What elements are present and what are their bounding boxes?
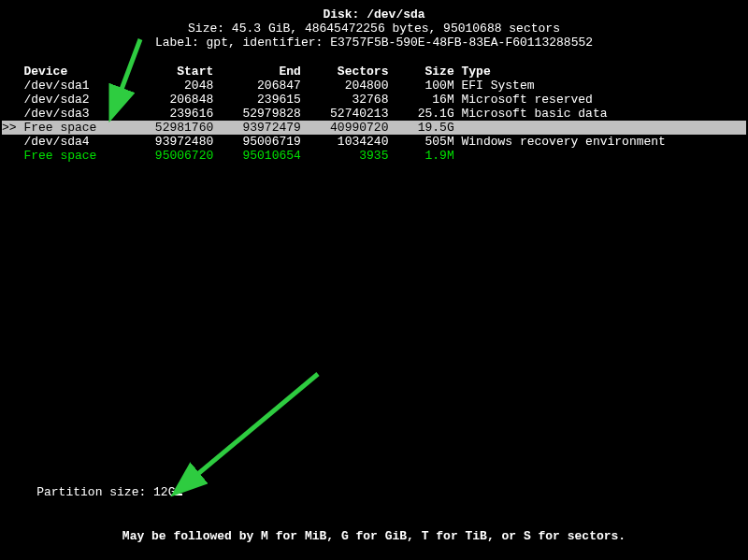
- partition-table: Device Start End Sectors Size Type /dev/…: [2, 65, 746, 163]
- table-row[interactable]: /dev/sda4 93972480 95006719 1034240 505M…: [2, 135, 746, 149]
- table-row[interactable]: /dev/sda1 2048 206847 204800 100M EFI Sy…: [2, 79, 746, 93]
- table-row[interactable]: Free space 95006720 95010654 3935 1.9M: [2, 149, 746, 163]
- disk-label-line: Label: gpt, identifier: E3757F5B-590E-48…: [2, 36, 746, 50]
- hint-text: May be followed by M for MiB, G for GiB,…: [0, 529, 748, 543]
- table-row[interactable]: >> Free space 52981760 93972479 40990720…: [2, 121, 746, 135]
- text-cursor: [175, 484, 182, 495]
- prompt-label: Partition size:: [36, 485, 153, 499]
- partition-table-header: Device Start End Sectors Size Type: [2, 65, 746, 79]
- disk-title: Disk: /dev/sda: [2, 7, 746, 22]
- table-row[interactable]: /dev/sda3 239616 52979828 52740213 25.1G…: [2, 107, 746, 121]
- partition-size-prompt[interactable]: Partition size: 12G: [7, 470, 182, 513]
- prompt-value: 12G: [153, 485, 175, 499]
- arrow-annotation-bottom: [178, 374, 318, 491]
- disk-size-line: Size: 45.3 GiB, 48645472256 bytes, 95010…: [2, 22, 746, 36]
- table-row[interactable]: /dev/sda2 206848 239615 32768 16M Micros…: [2, 93, 746, 107]
